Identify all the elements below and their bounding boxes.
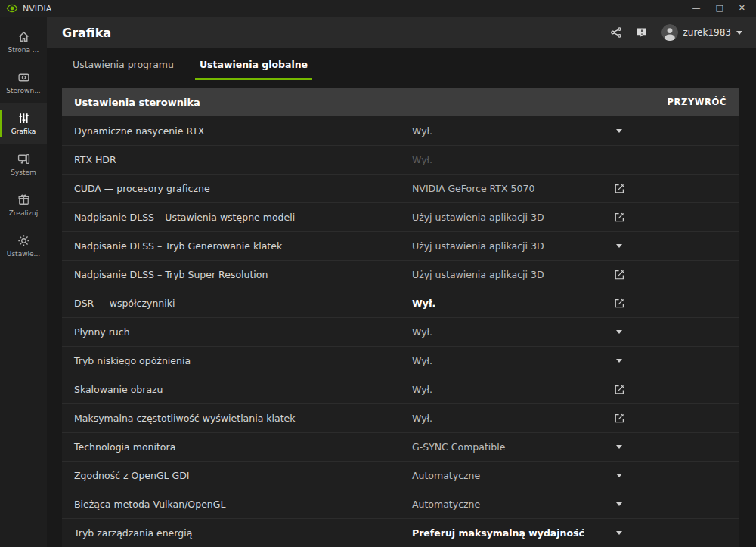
setting-value: Użyj ustawienia aplikacji 3D <box>412 212 544 223</box>
tab-ustawienia-programu[interactable]: Ustawienia programu <box>64 48 183 80</box>
settings-row[interactable]: Tryb zarządzania energią Preferuj maksym… <box>62 518 739 547</box>
content: Ustawienia sterownika PRZYWRÓĆ Dynamiczn… <box>47 80 756 547</box>
sidebar-item-system[interactable]: System <box>0 144 47 184</box>
setting-label: Nadpisanie DLSS – Tryb Super Resolution <box>74 269 268 280</box>
tab-label: Ustawienia programu <box>73 59 174 70</box>
setting-value: Automatyczne <box>412 499 480 510</box>
setting-control[interactable] <box>608 212 631 223</box>
chevron-down-icon <box>616 359 622 363</box>
edit-icon <box>614 269 625 280</box>
sidebar-item-label: Sterown... <box>6 87 40 94</box>
feedback-icon[interactable] <box>636 26 648 39</box>
tab-ustawienia-globalne[interactable]: Ustawienia globalne <box>191 48 317 80</box>
setting-value: Wył. <box>412 355 432 366</box>
nvidia-logo-icon <box>6 2 18 14</box>
page-title: Grafika <box>62 26 111 40</box>
edit-icon <box>614 384 625 395</box>
setting-label: CUDA — procesory graficzne <box>74 183 210 194</box>
tab-label: Ustawienia globalne <box>200 59 308 70</box>
settings-table-header: Ustawienia sterownika PRZYWRÓĆ <box>62 88 739 116</box>
chevron-down-icon <box>616 502 622 506</box>
sidebar-item-sterowniki[interactable]: Sterown... <box>0 62 47 103</box>
settings-row[interactable]: Bieżąca metoda Vulkan/OpenGL Automatyczn… <box>62 490 739 518</box>
setting-control[interactable] <box>608 183 631 194</box>
edit-icon <box>614 183 625 194</box>
maximize-button[interactable]: □ <box>715 0 723 17</box>
setting-label: Nadpisanie DLSS – Ustawienia wstępne mod… <box>74 212 295 223</box>
setting-label: Dynamiczne nasycenie RTX <box>74 125 204 137</box>
settings-row[interactable]: Zgodność z OpenGL GDI Automatyczne <box>62 461 739 490</box>
setting-value: Wył. <box>412 154 432 165</box>
setting-control[interactable] <box>608 474 631 477</box>
window-controls: — □ ✕ <box>692 0 750 17</box>
sidebar-item-label: Ustawie... <box>7 250 40 258</box>
chevron-down-icon <box>616 330 622 334</box>
setting-value: NVIDIA GeForce RTX 5070 <box>412 183 534 194</box>
settings-row[interactable]: Maksymalna częstotliwość wyświetlania kl… <box>62 403 739 432</box>
settings-row[interactable]: Technologia monitora G-SYNC Compatible <box>62 432 739 461</box>
sliders-icon <box>17 112 30 125</box>
settings-row[interactable]: Skalowanie obrazu Wył. <box>62 375 739 403</box>
user-menu[interactable]: zurek1983 <box>662 24 742 41</box>
edit-icon <box>614 298 625 309</box>
setting-label: Tryb niskiego opóźnienia <box>74 355 191 366</box>
sidebar-item-zrealizuj[interactable]: Zrealizuj <box>0 184 47 225</box>
gift-icon <box>17 193 30 206</box>
setting-label: Skalowanie obrazu <box>74 384 163 395</box>
settings-row[interactable]: Nadpisanie DLSS – Tryb Generowanie klate… <box>62 231 739 260</box>
setting-label: Nadpisanie DLSS – Tryb Generowanie klate… <box>74 240 282 252</box>
sidebar-item-grafika[interactable]: Grafika <box>0 103 47 144</box>
settings-row[interactable]: Nadpisanie DLSS – Ustawienia wstępne mod… <box>62 202 739 231</box>
setting-value: Użyj ustawienia aplikacji 3D <box>412 269 544 280</box>
home-icon <box>17 30 30 43</box>
setting-control[interactable] <box>608 298 631 309</box>
titlebar: NVIDIA — □ ✕ <box>0 0 756 17</box>
setting-label: Zgodność z OpenGL GDI <box>74 470 190 481</box>
setting-label: Technologia monitora <box>74 441 175 453</box>
setting-control[interactable] <box>608 129 631 133</box>
restore-button[interactable]: PRZYWRÓĆ <box>667 97 727 107</box>
setting-control[interactable] <box>608 384 631 395</box>
settings-row[interactable]: Nadpisanie DLSS – Tryb Super Resolution … <box>62 260 739 289</box>
chevron-down-icon <box>616 474 622 477</box>
setting-label: Tryb zarządzania energią <box>74 527 192 539</box>
sidebar-item-strona-glowna[interactable]: Strona ... <box>0 21 47 62</box>
setting-label: RTX HDR <box>74 154 116 165</box>
setting-control[interactable] <box>608 531 631 535</box>
setting-value: Wył. <box>412 125 432 137</box>
avatar <box>662 24 678 41</box>
setting-control[interactable] <box>608 269 631 280</box>
chevron-down-icon <box>616 129 622 133</box>
setting-control[interactable] <box>608 445 631 449</box>
setting-control[interactable] <box>608 359 631 363</box>
setting-control[interactable] <box>608 413 631 424</box>
main-header: Grafika <box>47 17 756 48</box>
settings-row[interactable]: CUDA — procesory graficzne NVIDIA GeForc… <box>62 174 739 202</box>
setting-value: Automatyczne <box>412 470 480 481</box>
setting-control[interactable] <box>608 502 631 506</box>
settings-row[interactable]: Płynny ruch Wył. <box>62 317 739 346</box>
settings-row[interactable]: RTX HDR Wył. <box>62 145 739 174</box>
setting-control[interactable] <box>608 244 631 248</box>
sidebar-item-ustawienia[interactable]: Ustawie... <box>0 225 47 266</box>
setting-label: DSR — współczynniki <box>74 298 175 309</box>
chevron-down-icon <box>616 244 622 248</box>
drivers-icon <box>17 71 30 84</box>
share-icon[interactable] <box>610 26 622 39</box>
gear-icon <box>17 234 30 247</box>
settings-row[interactable]: DSR — współczynniki Wył. <box>62 289 739 317</box>
settings-row[interactable]: Dynamiczne nasycenie RTX Wył. <box>62 116 739 145</box>
setting-value: Wył. <box>412 413 432 424</box>
edit-icon <box>614 212 625 223</box>
sidebar-item-label: System <box>11 168 36 176</box>
setting-control[interactable] <box>608 330 631 334</box>
setting-value: Wył. <box>412 384 432 395</box>
setting-label: Maksymalna częstotliwość wyświetlania kl… <box>74 413 296 424</box>
sidebar: Strona ... Sterown... Grafika System Zre… <box>0 17 47 547</box>
close-button[interactable]: ✕ <box>739 0 745 17</box>
sidebar-item-label: Zrealizuj <box>9 209 39 217</box>
settings-rows: Dynamiczne nasycenie RTX Wył. RTX HDR Wy… <box>62 116 739 547</box>
minimize-button[interactable]: — <box>692 0 700 17</box>
setting-value: Wył. <box>412 298 435 309</box>
settings-row[interactable]: Tryb niskiego opóźnienia Wył. <box>62 346 739 375</box>
